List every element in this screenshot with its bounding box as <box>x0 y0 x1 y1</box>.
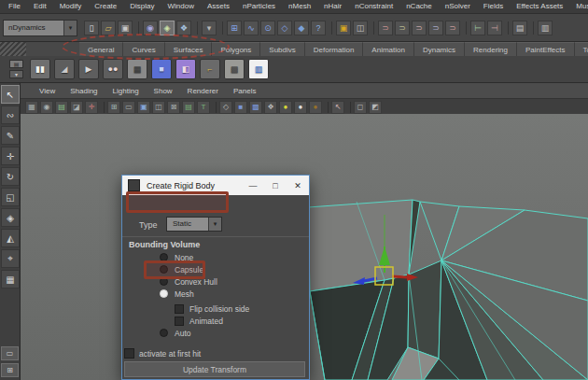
radio-option[interactable]: Mesh <box>122 288 309 300</box>
dialog-title-bar[interactable]: Create Rigid Body — □ ✕ <box>122 176 309 195</box>
shaded-icon[interactable]: ■ <box>234 101 247 114</box>
menu-item[interactable]: nConstraint <box>348 0 399 13</box>
safe-title-icon[interactable]: T <box>197 101 210 114</box>
film-gate-icon[interactable]: ▭ <box>122 101 135 114</box>
snap-point-icon[interactable]: ⊙ <box>260 21 275 35</box>
snap-magnet-3-icon[interactable]: ⊃ <box>412 21 427 35</box>
menu-item[interactable]: Create <box>88 0 123 13</box>
wireframe-icon[interactable]: ◇ <box>219 101 232 114</box>
shelf-tab[interactable]: PaintEffects <box>517 42 575 56</box>
select-hierarchy-icon[interactable]: ◉ <box>143 21 158 35</box>
close-icon[interactable]: ✕ <box>287 176 309 195</box>
update-transform-button[interactable]: Update Transform <box>124 361 305 377</box>
construction-history-icon[interactable]: ▤ <box>512 21 527 35</box>
single-pane-layout-button[interactable]: ▭ <box>1 346 19 360</box>
scale-tool[interactable]: ◱ <box>1 188 20 206</box>
rotate-tool[interactable]: ↻ <box>1 167 20 186</box>
snap-magnet-1-icon[interactable]: ⊃ <box>378 21 393 35</box>
soft-cube-icon[interactable]: ◧ <box>175 59 196 79</box>
grid-icon[interactable]: ⊞ <box>107 101 120 114</box>
menu-item[interactable]: nMesh <box>282 0 317 13</box>
fluid-shelf-icon[interactable]: ▥ <box>248 59 269 79</box>
move-tool[interactable]: ✛ <box>1 147 20 165</box>
menu-item[interactable]: nParticles <box>236 0 282 13</box>
gate-mask-icon[interactable]: ◫ <box>152 101 165 114</box>
bowling-pins-icon[interactable]: ▮▮ <box>30 59 50 79</box>
shelf-tab[interactable]: General <box>79 42 123 56</box>
camera-icon[interactable]: ▦ <box>25 101 38 114</box>
default-lighting-icon[interactable]: ● <box>279 101 292 114</box>
rigid-cube-icon[interactable]: ■ <box>151 59 172 79</box>
shelf-tab[interactable]: Dynamics <box>414 42 465 56</box>
shelf-tab[interactable]: Toon <box>575 42 588 56</box>
soft-modification-tool[interactable]: ◭ <box>1 229 20 247</box>
auto-option[interactable]: Auto <box>122 327 191 339</box>
field-chart-icon[interactable]: ⊠ <box>167 101 180 114</box>
menu-item[interactable]: Display <box>123 0 161 13</box>
shelf-arrow-icon[interactable]: ▾ <box>9 70 23 78</box>
paint-select-tool[interactable]: ✎ <box>1 126 20 145</box>
output-connections-icon[interactable]: ⊣ <box>487 21 502 35</box>
save-scene-icon[interactable]: ▣ <box>118 21 133 35</box>
menu-item[interactable]: Assets <box>201 0 236 13</box>
balls-collision-icon[interactable]: ●● <box>103 59 123 79</box>
snap-magnet-4-icon[interactable]: ⊃ <box>428 21 443 35</box>
type-dropdown[interactable]: Static ▾ <box>166 217 222 232</box>
panel-menu-item[interactable]: Show <box>147 87 180 95</box>
camera-attributes-icon[interactable]: ◉ <box>40 101 53 114</box>
select-component-icon[interactable]: ❖ <box>176 21 191 35</box>
help-icon[interactable]: ? <box>311 21 326 35</box>
snap-plane-icon[interactable]: ◇ <box>277 21 292 35</box>
isolate-cube-icon[interactable]: ◻ <box>354 101 367 114</box>
menu-item[interactable]: Modify <box>53 0 89 13</box>
lasso-select-tool[interactable]: ∾ <box>1 106 20 124</box>
radio-option[interactable]: Convex Hull <box>122 275 309 288</box>
shelf-tab[interactable]: Surfaces <box>165 42 213 56</box>
highlight-selection-icon[interactable]: ◫ <box>353 21 368 35</box>
crumple-icon[interactable]: ▩ <box>224 59 245 79</box>
new-scene-icon[interactable]: ▯ <box>84 21 99 35</box>
panel-menu-item[interactable]: Shading <box>63 87 105 95</box>
activate-option[interactable]: activate at first hit <box>122 347 201 359</box>
image-plane-icon[interactable]: ◪ <box>70 101 83 114</box>
checkbox-option[interactable]: Animated <box>122 315 309 327</box>
menu-item[interactable]: nCache <box>399 0 439 13</box>
maximize-icon[interactable]: □ <box>264 176 287 195</box>
shatter-cube-icon[interactable]: ▦ <box>127 59 147 79</box>
select-tool[interactable]: ↖ <box>1 85 20 104</box>
shelf-tab[interactable]: Animation <box>363 42 414 56</box>
snap-magnet-2-icon[interactable]: ⊃ <box>395 21 410 35</box>
all-lights-icon[interactable]: ● <box>294 101 307 114</box>
menu-item[interactable]: File <box>2 0 27 13</box>
panel-menu-item[interactable]: View <box>32 87 63 95</box>
key-icon[interactable]: ⌐ <box>200 59 220 79</box>
two-d-pan-zoom-icon[interactable]: ✛ <box>85 101 98 114</box>
bookmarks-icon[interactable]: ▤ <box>55 101 68 114</box>
xray-select-icon[interactable]: ↖ <box>331 101 344 114</box>
select-object-icon[interactable]: ◈ <box>160 21 175 35</box>
use-all-lights-icon[interactable]: ❖ <box>264 101 277 114</box>
menu-item[interactable]: Edit <box>27 0 53 13</box>
safe-action-icon[interactable]: ▤ <box>182 101 195 114</box>
last-tool[interactable]: ▦ <box>1 270 20 289</box>
menu-item[interactable]: Effects Assets <box>510 0 569 13</box>
make-live-icon[interactable]: ◆ <box>294 21 309 35</box>
combined-mask-arrow-icon[interactable]: ▾ <box>202 21 217 35</box>
shelf-menu-icon[interactable]: ▤ <box>9 60 23 68</box>
panel-menu-item[interactable]: Renderer <box>180 87 226 95</box>
panel-menu-item[interactable]: Panels <box>226 87 263 95</box>
show-manipulator-tool[interactable]: ⌖ <box>1 249 20 268</box>
menu-item[interactable]: nSolver <box>439 0 477 13</box>
panel-menu-item[interactable]: Lighting <box>105 87 147 95</box>
radio-option[interactable]: None <box>122 251 309 263</box>
textured-icon[interactable]: ▩ <box>249 101 262 114</box>
shelf-tab[interactable]: Polygons <box>212 42 260 56</box>
shelf-tab[interactable]: Deformation <box>305 42 364 56</box>
four-pane-layout-button[interactable]: ⊞ <box>1 363 19 377</box>
snap-magnet-5-icon[interactable]: ⊃ <box>445 21 460 35</box>
input-connections-icon[interactable]: ⊢ <box>470 21 485 35</box>
wire-on-shaded-icon[interactable]: ◩ <box>369 101 382 114</box>
shelf-tab[interactable]: Rendering <box>465 42 517 56</box>
mallet-icon[interactable]: ◢ <box>54 59 75 79</box>
snap-grid-icon[interactable]: ⊞ <box>227 21 242 35</box>
